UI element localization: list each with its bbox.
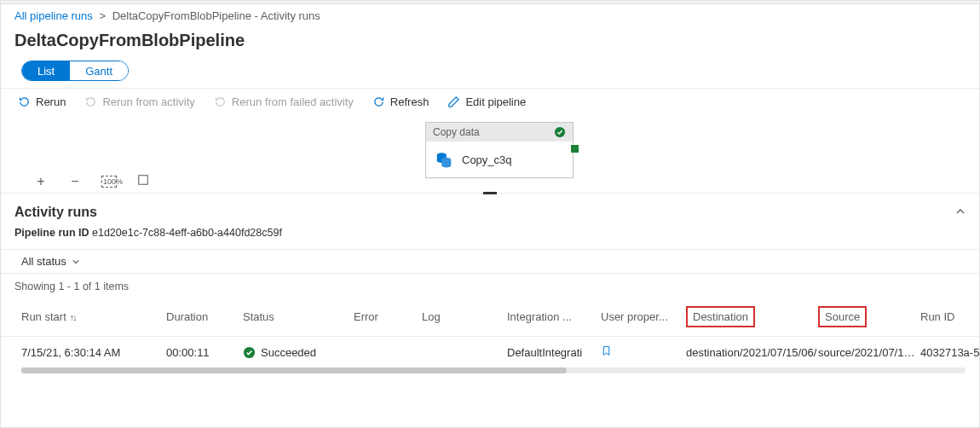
activity-runs-table: Run start ↑↓ Duration Status Error Log I…: [1, 298, 979, 367]
rerun-activity-label: Rerun from activity: [102, 95, 194, 108]
svg-rect-3: [139, 176, 148, 185]
col-source-label: Source: [818, 306, 867, 327]
rerun-from-failed-button: Rerun from failed activity: [214, 95, 354, 108]
activity-node-body: Copy_c3q: [426, 142, 573, 177]
col-integration[interactable]: Integration ...: [507, 310, 601, 323]
rerun-from-activity-button: Rerun from activity: [84, 95, 194, 108]
breadcrumb-current: DeltaCopyFromBlobPipeline - Activity run…: [112, 9, 320, 22]
zoom-out-button[interactable]: −: [67, 174, 83, 189]
activity-type-label: Copy data: [433, 126, 480, 138]
collapse-section-button[interactable]: [955, 206, 966, 219]
pipeline-run-id-value: e1d20e1c-7c88-4eff-a6b0-a440fd28c59f: [92, 227, 282, 239]
cell-status: Succeeded: [243, 346, 354, 359]
pencil-icon: [447, 95, 460, 108]
col-log[interactable]: Log: [422, 310, 507, 323]
rerun-label: Rerun: [36, 95, 66, 108]
chevron-down-icon: [72, 257, 80, 266]
pipeline-run-id-row: Pipeline run ID e1d20e1c-7c88-4eff-a6b0-…: [1, 223, 979, 249]
activity-runs-heading: Activity runs: [14, 205, 97, 220]
cell-source: source/2021/07/15/06/: [818, 346, 920, 359]
cell-duration: 00:00:11: [166, 346, 243, 359]
cell-run-start: 7/15/21, 6:30:14 AM: [21, 346, 166, 359]
edit-label: Edit pipeline: [465, 95, 526, 108]
zoom-full-button[interactable]: [135, 174, 151, 189]
scrollbar-thumb[interactable]: [21, 367, 567, 373]
col-run-start[interactable]: Run start ↑↓: [21, 310, 166, 323]
view-toggle: List Gantt: [21, 61, 129, 81]
col-destination[interactable]: Destination: [686, 306, 818, 327]
col-run-start-label: Run start: [21, 310, 66, 323]
edit-pipeline-button[interactable]: Edit pipeline: [447, 95, 526, 108]
cell-status-text: Succeeded: [261, 346, 316, 359]
zoom-fit-button[interactable]: 100%: [101, 176, 117, 188]
node-output-port[interactable]: [571, 145, 579, 153]
status-filter[interactable]: All status: [1, 249, 979, 274]
refresh-icon: [372, 95, 385, 108]
bookmark-icon: [601, 345, 612, 356]
breadcrumb: All pipeline runs > DeltaCopyFromBlobPip…: [1, 4, 979, 26]
cell-destination: destination/2021/07/15/06/: [686, 346, 818, 359]
col-run-id[interactable]: Run ID: [920, 310, 979, 323]
zoom-controls: + − 100%: [33, 174, 151, 189]
page-title: DeltaCopyFromBlobPipeline: [1, 26, 979, 61]
rerun-failed-icon: [214, 95, 227, 108]
refresh-button[interactable]: Refresh: [372, 95, 429, 108]
activity-node-header: Copy data: [426, 123, 573, 142]
refresh-label: Refresh: [390, 95, 429, 108]
rerun-failed-label: Rerun from failed activity: [232, 95, 354, 108]
pipeline-canvas[interactable]: Copy data Copy_c3q + − 100%: [1, 115, 979, 194]
col-destination-label: Destination: [686, 306, 755, 327]
toolbar: Rerun Rerun from activity Rerun from fai…: [1, 88, 979, 115]
cell-integration: DefaultIntegrati: [507, 346, 601, 359]
status-filter-label: All status: [21, 255, 66, 268]
result-count: Showing 1 - 1 of 1 items: [1, 274, 979, 298]
col-error[interactable]: Error: [354, 310, 422, 323]
pane-drag-handle[interactable]: [483, 192, 497, 194]
database-copy-icon: [435, 150, 453, 169]
cell-run-id: 4032713a-59e0-41: [920, 346, 979, 359]
check-circle-icon: [243, 346, 256, 359]
zoom-in-button[interactable]: +: [33, 174, 49, 189]
col-duration[interactable]: Duration: [166, 310, 243, 323]
col-status[interactable]: Status: [243, 310, 354, 323]
cell-user-props[interactable]: [601, 345, 686, 359]
breadcrumb-separator: >: [99, 9, 106, 22]
check-circle-icon: [554, 126, 566, 138]
view-gantt-tab[interactable]: Gantt: [70, 61, 128, 80]
table-header: Run start ↑↓ Duration Status Error Log I…: [1, 298, 979, 337]
horizontal-scrollbar[interactable]: [21, 367, 966, 373]
table-row[interactable]: 7/15/21, 6:30:14 AM 00:00:11 Succeeded D…: [1, 337, 979, 367]
chevron-up-icon: [955, 206, 966, 217]
sort-icon: ↑↓: [70, 312, 76, 322]
cell-integration-text: DefaultIntegrati: [507, 346, 582, 359]
activity-name: Copy_c3q: [462, 153, 512, 166]
rerun-icon: [18, 95, 31, 108]
activity-node[interactable]: Copy data Copy_c3q: [425, 122, 574, 178]
breadcrumb-root-link[interactable]: All pipeline runs: [14, 9, 93, 22]
view-list-tab[interactable]: List: [22, 61, 70, 80]
rerun-activity-icon: [84, 95, 97, 108]
rerun-button[interactable]: Rerun: [18, 95, 66, 108]
col-source[interactable]: Source: [818, 306, 920, 327]
pipeline-run-id-label: Pipeline run ID: [14, 227, 89, 239]
col-user-props[interactable]: User proper...: [601, 310, 686, 323]
